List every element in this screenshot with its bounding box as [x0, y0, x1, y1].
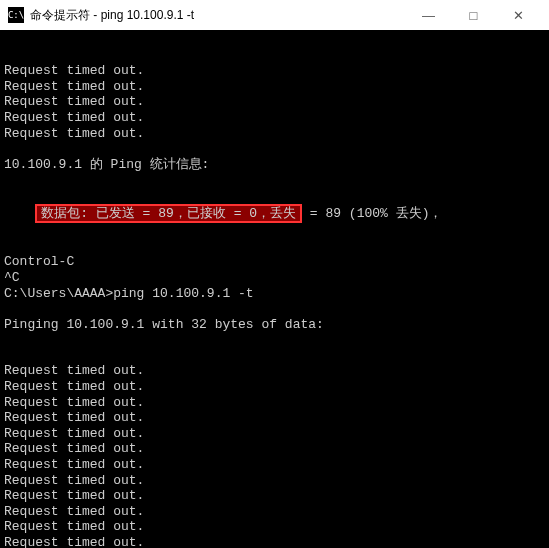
terminal-line: C:\Users\AAAA>ping 10.100.9.1 -t [4, 286, 545, 302]
terminal-line: Request timed out. [4, 126, 545, 142]
terminal-line [4, 141, 545, 157]
terminal-line: Request timed out. [4, 379, 545, 395]
terminal-line: ^C [4, 270, 545, 286]
terminal-lines-mid: Control-C^CC:\Users\AAAA>ping 10.100.9.1… [4, 254, 545, 332]
terminal-line: Request timed out. [4, 63, 545, 79]
terminal-lines-top: Request timed out.Request timed out.Requ… [4, 63, 545, 172]
terminal-line: Request timed out. [4, 504, 545, 520]
terminal-line: Request timed out. [4, 94, 545, 110]
terminal-output[interactable]: Request timed out.Request timed out.Requ… [0, 30, 549, 548]
maximize-button[interactable]: □ [451, 0, 496, 30]
highlight-line: 数据包: 已发送 = 89，已接收 = 0，丢失 = 89 (100% 丢失)， [4, 204, 545, 224]
terminal-line [4, 301, 545, 317]
terminal-line: Request timed out. [4, 395, 545, 411]
terminal-line: Request timed out. [4, 363, 545, 379]
minimize-button[interactable]: — [406, 0, 451, 30]
terminal-line: Request timed out. [4, 488, 545, 504]
terminal-line: Request timed out. [4, 110, 545, 126]
window-titlebar: C:\ 命令提示符 - ping 10.100.9.1 -t — □ ✕ [0, 0, 549, 30]
terminal-line: Request timed out. [4, 79, 545, 95]
terminal-line: Request timed out. [4, 410, 545, 426]
cmd-icon: C:\ [8, 7, 24, 23]
terminal-lines-bottom: Request timed out.Request timed out.Requ… [4, 363, 545, 548]
ping-stats-highlight: 数据包: 已发送 = 89，已接收 = 0，丢失 [35, 204, 302, 224]
terminal-line: Pinging 10.100.9.1 with 32 bytes of data… [4, 317, 545, 333]
window-controls: — □ ✕ [406, 0, 541, 30]
terminal-line: Request timed out. [4, 426, 545, 442]
terminal-line: Request timed out. [4, 535, 545, 548]
terminal-line: 10.100.9.1 的 Ping 统计信息: [4, 157, 545, 173]
close-button[interactable]: ✕ [496, 0, 541, 30]
terminal-line: Request timed out. [4, 457, 545, 473]
terminal-line: Request timed out. [4, 473, 545, 489]
terminal-line: Request timed out. [4, 441, 545, 457]
terminal-line: Control-C [4, 254, 545, 270]
terminal-line: Request timed out. [4, 519, 545, 535]
window-title: 命令提示符 - ping 10.100.9.1 -t [30, 7, 406, 24]
